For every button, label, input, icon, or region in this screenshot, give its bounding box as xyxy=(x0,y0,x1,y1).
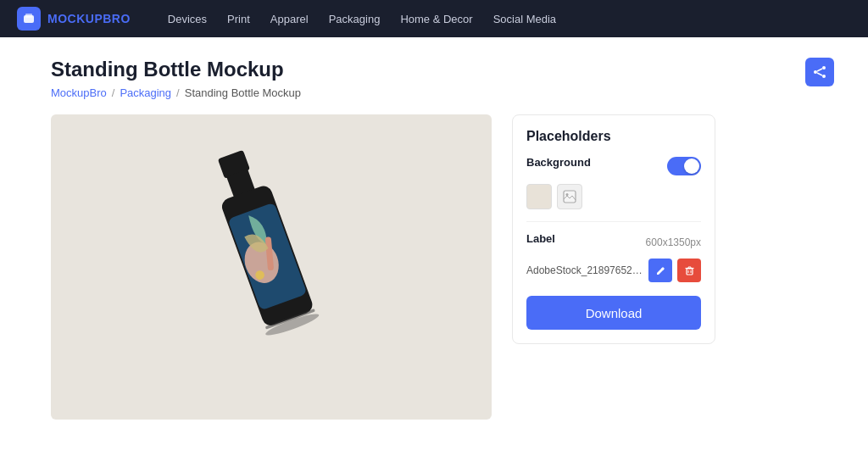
nav-devices[interactable]: Devices xyxy=(168,13,207,25)
mockup-image-container xyxy=(51,114,492,420)
nav-packaging[interactable]: Packaging xyxy=(329,13,381,25)
download-button[interactable]: Download xyxy=(526,296,701,330)
svg-point-2 xyxy=(822,66,826,70)
svg-rect-19 xyxy=(687,269,693,275)
panel-title: Placeholders xyxy=(526,129,701,144)
logo[interactable]: MOCKUPBRO xyxy=(17,7,131,31)
page-title: Standing Bottle Mockup xyxy=(51,58,817,81)
label-section-title: Label xyxy=(526,232,555,245)
svg-rect-1 xyxy=(25,14,32,18)
nav-print[interactable]: Print xyxy=(227,13,250,25)
svg-line-5 xyxy=(817,69,822,71)
breadcrumb-current: Standing Bottle Mockup xyxy=(185,86,301,99)
label-size: 600x1350px xyxy=(646,236,701,248)
right-panel: Placeholders Background xyxy=(512,114,817,436)
breadcrumb-sep1: / xyxy=(112,86,115,99)
content-area: Placeholders Background xyxy=(51,114,817,436)
nav-apparel[interactable]: Apparel xyxy=(270,13,309,25)
placeholder-panel: Placeholders Background xyxy=(512,114,715,344)
edit-button[interactable] xyxy=(648,259,672,282)
breadcrumb-sep2: / xyxy=(176,86,180,99)
svg-point-3 xyxy=(814,70,817,74)
color-swatches-row xyxy=(526,184,701,209)
main-content: Standing Bottle Mockup MockupBro / Packa… xyxy=(0,37,868,456)
logo-icon xyxy=(17,7,41,31)
file-actions xyxy=(648,259,701,282)
bottle-illustration xyxy=(178,140,364,394)
background-label: Background xyxy=(526,156,591,169)
nav-links: Devices Print Apparel Packaging Home & D… xyxy=(168,13,556,25)
divider xyxy=(526,221,701,222)
nav-home-decor[interactable]: Home & Decor xyxy=(400,13,472,25)
svg-point-4 xyxy=(822,75,826,78)
share-button[interactable] xyxy=(805,58,834,86)
svg-line-6 xyxy=(817,73,822,75)
svg-rect-16 xyxy=(564,191,576,203)
background-toggle[interactable] xyxy=(667,157,701,175)
color-swatch-image[interactable] xyxy=(557,184,582,209)
breadcrumb-home[interactable]: MockupBro xyxy=(51,86,107,99)
breadcrumb-category[interactable]: Packaging xyxy=(120,86,171,99)
file-row: AdobeStock_218976523-min-... xyxy=(526,259,701,282)
nav-social-media[interactable]: Social Media xyxy=(493,13,556,25)
file-name: AdobeStock_218976523-min-... xyxy=(526,264,645,276)
background-row: Background xyxy=(526,156,701,175)
color-swatch-beige[interactable] xyxy=(526,184,552,209)
breadcrumb: MockupBro / Packaging / Standing Bottle … xyxy=(51,86,817,99)
navbar: MOCKUPBRO Devices Print Apparel Packagin… xyxy=(0,0,868,37)
logo-text: MOCKUPBRO xyxy=(47,12,131,25)
toggle-knob xyxy=(684,158,699,174)
label-section-row: Label 600x1350px xyxy=(526,232,701,252)
delete-button[interactable] xyxy=(677,259,701,282)
